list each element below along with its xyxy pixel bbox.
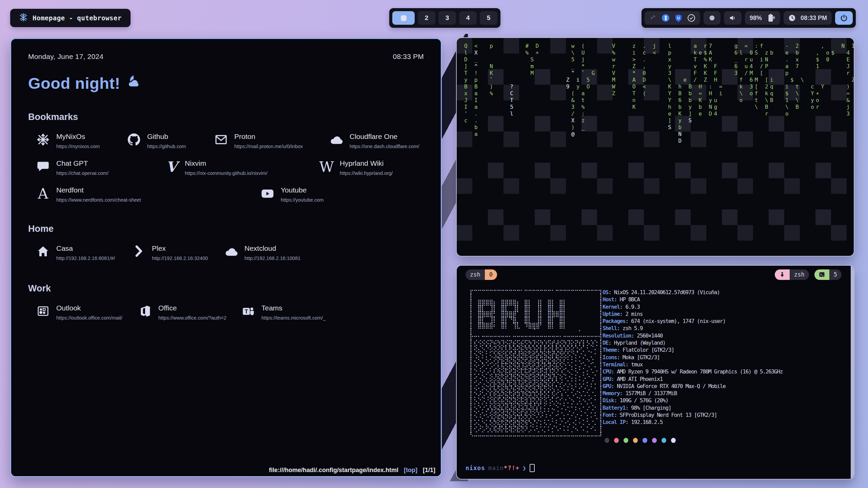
- fastfetch-info-line: Terminaltmux: [603, 361, 783, 368]
- bookmarks-row-3: A Nerdfont https://www.nerdfonts.com/che…: [28, 186, 424, 203]
- bookmark-title: Nixvim: [185, 159, 268, 167]
- workspace-button-active[interactable]: [392, 11, 415, 25]
- terminal-icon: [814, 269, 829, 280]
- window-title-module[interactable]: Homepage - qutebrowser: [10, 9, 131, 27]
- power-button[interactable]: [835, 11, 853, 25]
- shell-prompt: nixos main*?!+ ❯: [466, 464, 535, 472]
- tmux-window-count-segment[interactable]: 5: [814, 269, 842, 280]
- bookmark-url: https://www.nerdfonts.com/cheat-sheet: [56, 197, 141, 203]
- clock-icon: [788, 14, 796, 22]
- workspace-button[interactable]: 3: [438, 11, 456, 25]
- bookmark-icon: T: [241, 304, 256, 318]
- bookmark-title: Youtube: [281, 186, 324, 194]
- window-title: Homepage - qutebrowser: [33, 14, 122, 22]
- bookmark-item[interactable]: T Teams https://teams.microsoft.com/_: [241, 304, 326, 321]
- battery-module[interactable]: 98%: [745, 11, 780, 25]
- bookmark-icon: [214, 133, 229, 146]
- fastfetch-info: OSNixOS 24.11.20240612.57d6973 (Vicuña) …: [603, 289, 783, 426]
- fastfetch-info-line: Local IP192.168.2.5: [603, 419, 783, 426]
- bookmark-item[interactable]: Cloudflare One https://one.dash.cloudfla…: [329, 133, 419, 149]
- bookmark-title: Office: [158, 304, 226, 312]
- bookmark-icon: [329, 133, 344, 147]
- fastfetch-info-line: Shellzsh 5.9: [603, 325, 783, 332]
- bookmark-item[interactable]: Github https://github.com: [126, 133, 214, 149]
- bookmark-icon: W: [319, 159, 334, 174]
- tmux-session-segment[interactable]: zsh: [775, 269, 809, 280]
- prompt-git-branch: main: [488, 465, 504, 471]
- bookmark-url: https://teams.microsoft.com/_: [261, 315, 326, 321]
- fastfetch-info-line: GPUAMD ATI Phoenix1: [603, 375, 783, 383]
- fastfetch-info-line: IconsMoka [GTK2/3]: [603, 354, 783, 361]
- statusbar-scope: [top]: [404, 467, 417, 474]
- volume-module[interactable]: [724, 11, 742, 25]
- bookmark-item[interactable]: Proton https://mail.proton.me/u/0/inbox: [214, 133, 329, 149]
- workspace-button[interactable]: 4: [459, 11, 477, 25]
- tmux-window-tab[interactable]: zsh 0: [466, 269, 497, 280]
- terminal-cursor: [530, 464, 535, 472]
- bookmark-item[interactable]: Chat GPT https://chat.openai.com/: [36, 159, 164, 176]
- fastfetch-info-line: FontSFProDisplay Nerd Font 13 [GTK2/3]: [603, 411, 783, 419]
- palette-dot: [624, 438, 628, 443]
- work-row: Outlook https://outlook.office.com/mail/…: [28, 304, 424, 321]
- bookmark-item[interactable]: A Nerdfont https://www.nerdfonts.com/che…: [36, 186, 260, 203]
- section-title-home: Home: [28, 224, 424, 234]
- terminal-scrollbar[interactable]: [851, 266, 854, 479]
- moon-cloud-icon: [125, 74, 141, 93]
- fastfetch-info-line: Kernel6.9.3: [603, 303, 783, 310]
- bookmark-url: https://outlook.office.com/mail/: [56, 315, 122, 321]
- bookmark-title: Casa: [56, 244, 115, 252]
- terminal-color-palette: [605, 438, 676, 443]
- clock-time: 08:33 PM: [801, 15, 827, 22]
- bookmark-icon: [36, 159, 51, 173]
- prompt-host: nixos: [466, 465, 485, 471]
- fastfetch-info-line: Battery198% [Charging]: [603, 404, 783, 411]
- palette-dot: [662, 438, 666, 443]
- bookmark-url: https://chat.openai.com/: [56, 170, 108, 176]
- bookmark-url: http://192.168.2.16:8081/#/: [56, 256, 115, 261]
- bookmark-title: Teams: [261, 304, 326, 312]
- bookmark-item[interactable]: Youtube https://youtube.com: [260, 186, 324, 203]
- bookmark-item[interactable]: W Hyprland Wiki https://wiki.hyprland.or…: [319, 159, 393, 176]
- svg-text:T: T: [244, 308, 248, 315]
- fastfetch-info-line: Packages674 (nix-system), 1747 (nix-user…: [603, 318, 783, 325]
- bookmark-title: Github: [147, 133, 186, 141]
- bookmark-item[interactable]: Plex http://192.168.2.16:32400: [131, 244, 224, 261]
- bookmarks-row-2: Chat GPT https://chat.openai.com/ V Nixv…: [28, 159, 424, 176]
- matrix-rain-highlights: X ^: [464, 43, 854, 144]
- system-tray: U 98% 08:33 PM: [642, 8, 856, 28]
- bookmark-item[interactable]: Casa http://192.168.2.16:8081/#/: [36, 244, 131, 261]
- bookmark-item[interactable]: Outlook https://outlook.office.com/mail/: [36, 304, 138, 321]
- statusbar-url: file:///home/hadi/.config/startpage/inde…: [269, 467, 398, 474]
- tmux-session-name: zsh: [790, 269, 809, 280]
- bookmark-item[interactable]: Office https://www.office.com/?auth=2: [138, 304, 241, 321]
- cmatrix-terminal-window[interactable]: Q < p # D w ( V z . j l a r7 g = :f - 2 …: [456, 37, 854, 257]
- home-row: Casa http://192.168.2.16:8081/#/ Plex ht…: [28, 244, 424, 261]
- fastfetch-info-line: OSNixOS 24.11.20240612.57d6973 (Vicuña): [603, 289, 783, 296]
- bookmark-item[interactable]: MyNixOs https://mynixos.com: [36, 133, 126, 149]
- idle-inhibitor-module[interactable]: [704, 11, 721, 25]
- status-icons-group[interactable]: U: [645, 11, 700, 25]
- fastfetch-info-line: GPUNVIDIA GeForce RTX 4070 Max-Q / Mobil…: [603, 383, 783, 390]
- bookmark-url: https://nix-community.github.io/nixvim/: [185, 170, 268, 176]
- bookmark-item[interactable]: V Nixvim https://nix-community.github.io…: [164, 159, 319, 176]
- bookmark-item[interactable]: Nextcloud http://192.168.2.16:10081: [224, 244, 300, 261]
- fastfetch-info-line: CPUAMD Ryzen 9 7940HS w/ Radeon 780M Gra…: [603, 368, 783, 375]
- prompt-arrow: ❯: [522, 465, 527, 471]
- qutebrowser-window[interactable]: Monday, June 17, 2024 08:33 PM Good nigh…: [10, 38, 442, 477]
- fastfetch-terminal-window[interactable]: zsh 0 zsh 5 ⡖⠒⠒⠒⠒⠒⠒⠒⠒⠒⠒⠒⠒⠂⠒⠒⠒⠒⠒⠒⠒⠂⠒⠒⠒⠒⠒⠒…: [456, 265, 854, 480]
- prompt-git-flags: *?!+: [504, 465, 519, 471]
- bookmark-url: https://wiki.hyprland.org/: [340, 170, 393, 176]
- fastfetch-info-line: Resolution2560×1440: [603, 332, 783, 339]
- clock-module[interactable]: 08:33 PM: [784, 11, 832, 25]
- bookmark-url: http://192.168.2.16:10081: [244, 256, 300, 261]
- workspace-button[interactable]: 2: [418, 11, 435, 25]
- palette-dot: [614, 438, 619, 443]
- tmux-window-index: 0: [485, 269, 497, 280]
- idle-dot-icon: [708, 14, 716, 22]
- section-title-work: Work: [28, 283, 424, 294]
- fastfetch-info-line: Disk109G / 576G (20%): [603, 397, 783, 404]
- workspaces-module: 2 3 4 5: [389, 8, 500, 28]
- active-workspace-dot: [401, 15, 407, 21]
- workspace-button[interactable]: 5: [480, 11, 497, 25]
- startpage: Monday, June 17, 2024 08:33 PM Good nigh…: [11, 39, 441, 321]
